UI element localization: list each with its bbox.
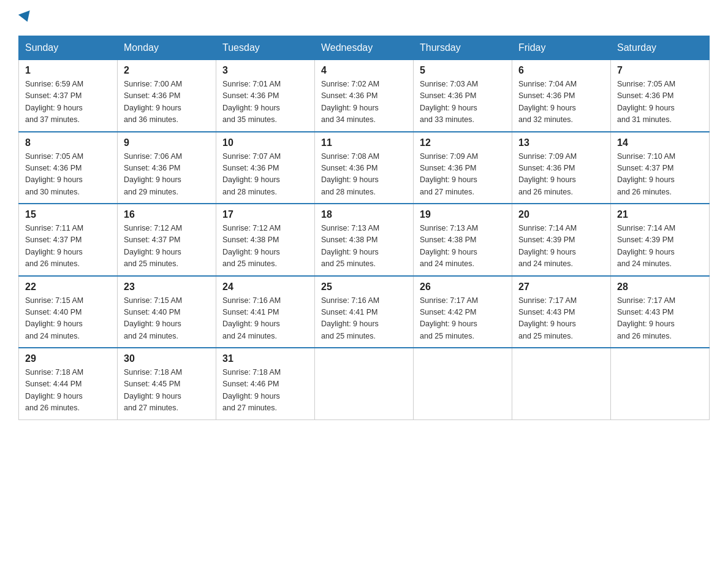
day-info: Sunrise: 7:10 AMSunset: 4:37 PMDaylight:…: [617, 151, 703, 199]
day-info: Sunrise: 7:16 AMSunset: 4:41 PMDaylight:…: [321, 295, 407, 343]
day-number: 14: [617, 137, 703, 148]
logo-triangle-icon: [18, 10, 33, 24]
day-number: 17: [222, 209, 308, 220]
calendar-day-cell: 29Sunrise: 7:18 AMSunset: 4:44 PMDayligh…: [19, 348, 118, 419]
calendar-day-cell: 17Sunrise: 7:12 AMSunset: 4:38 PMDayligh…: [216, 204, 315, 276]
day-number: 13: [518, 137, 604, 148]
calendar-day-cell: 13Sunrise: 7:09 AMSunset: 4:36 PMDayligh…: [512, 132, 611, 204]
day-number: 24: [222, 282, 308, 293]
day-info: Sunrise: 7:05 AMSunset: 4:36 PMDaylight:…: [617, 79, 703, 126]
logo-text: [18, 12, 32, 23]
calendar-day-cell: 5Sunrise: 7:03 AMSunset: 4:36 PMDaylight…: [414, 60, 512, 132]
day-number: 8: [25, 137, 111, 148]
day-info: Sunrise: 7:13 AMSunset: 4:38 PMDaylight:…: [420, 223, 506, 270]
day-info: Sunrise: 7:18 AMSunset: 4:45 PMDaylight:…: [124, 367, 210, 415]
day-info: Sunrise: 7:05 AMSunset: 4:36 PMDaylight:…: [25, 151, 111, 199]
day-number: 22: [25, 282, 111, 293]
day-info: Sunrise: 7:15 AMSunset: 4:40 PMDaylight:…: [25, 295, 111, 343]
logo: [18, 12, 32, 23]
day-info: Sunrise: 7:14 AMSunset: 4:39 PMDaylight:…: [617, 223, 703, 270]
calendar-table: SundayMondayTuesdayWednesdayThursdayFrid…: [18, 36, 710, 420]
calendar-week-row: 8Sunrise: 7:05 AMSunset: 4:36 PMDaylight…: [19, 132, 710, 204]
calendar-day-cell: 27Sunrise: 7:17 AMSunset: 4:43 PMDayligh…: [512, 276, 611, 348]
calendar-day-cell: 4Sunrise: 7:02 AMSunset: 4:36 PMDaylight…: [315, 60, 414, 132]
day-number: 11: [321, 137, 407, 148]
day-info: Sunrise: 7:08 AMSunset: 4:36 PMDaylight:…: [321, 151, 407, 199]
calendar-day-cell: [315, 348, 414, 419]
calendar-day-cell: 24Sunrise: 7:16 AMSunset: 4:41 PMDayligh…: [216, 276, 315, 348]
day-info: Sunrise: 7:16 AMSunset: 4:41 PMDaylight:…: [222, 295, 308, 343]
calendar-day-cell: 18Sunrise: 7:13 AMSunset: 4:38 PMDayligh…: [315, 204, 414, 276]
day-number: 30: [124, 353, 210, 364]
day-number: 9: [124, 137, 210, 148]
calendar-week-row: 15Sunrise: 7:11 AMSunset: 4:37 PMDayligh…: [19, 204, 710, 276]
calendar-day-cell: 22Sunrise: 7:15 AMSunset: 4:40 PMDayligh…: [19, 276, 118, 348]
day-number: 15: [25, 209, 111, 220]
calendar-day-cell: 28Sunrise: 7:17 AMSunset: 4:43 PMDayligh…: [611, 276, 710, 348]
day-of-week-header: Tuesday: [216, 36, 315, 60]
day-number: 5: [420, 65, 506, 76]
calendar-day-cell: 1Sunrise: 6:59 AMSunset: 4:37 PMDaylight…: [19, 60, 118, 132]
day-number: 19: [420, 209, 506, 220]
day-info: Sunrise: 7:12 AMSunset: 4:38 PMDaylight:…: [222, 223, 308, 270]
calendar-day-cell: 11Sunrise: 7:08 AMSunset: 4:36 PMDayligh…: [315, 132, 414, 204]
day-info: Sunrise: 7:12 AMSunset: 4:37 PMDaylight:…: [124, 223, 210, 270]
day-info: Sunrise: 7:02 AMSunset: 4:36 PMDaylight:…: [321, 79, 407, 126]
calendar-day-cell: 21Sunrise: 7:14 AMSunset: 4:39 PMDayligh…: [611, 204, 710, 276]
day-number: 16: [124, 209, 210, 220]
calendar-day-cell: 30Sunrise: 7:18 AMSunset: 4:45 PMDayligh…: [118, 348, 216, 419]
calendar-day-cell: 19Sunrise: 7:13 AMSunset: 4:38 PMDayligh…: [414, 204, 512, 276]
calendar-day-cell: 14Sunrise: 7:10 AMSunset: 4:37 PMDayligh…: [611, 132, 710, 204]
calendar-day-cell: 16Sunrise: 7:12 AMSunset: 4:37 PMDayligh…: [118, 204, 216, 276]
day-info: Sunrise: 7:18 AMSunset: 4:46 PMDaylight:…: [222, 367, 308, 415]
page-header: [18, 12, 710, 23]
day-info: Sunrise: 7:09 AMSunset: 4:36 PMDaylight:…: [518, 151, 604, 199]
calendar-day-cell: 3Sunrise: 7:01 AMSunset: 4:36 PMDaylight…: [216, 60, 315, 132]
calendar-day-cell: 12Sunrise: 7:09 AMSunset: 4:36 PMDayligh…: [414, 132, 512, 204]
day-number: 2: [124, 65, 210, 76]
day-number: 18: [321, 209, 407, 220]
calendar-day-cell: 10Sunrise: 7:07 AMSunset: 4:36 PMDayligh…: [216, 132, 315, 204]
day-of-week-header: Monday: [118, 36, 216, 60]
calendar-day-cell: [512, 348, 611, 419]
day-number: 1: [25, 65, 111, 76]
calendar-day-cell: [414, 348, 512, 419]
day-info: Sunrise: 7:13 AMSunset: 4:38 PMDaylight:…: [321, 223, 407, 270]
day-number: 7: [617, 65, 703, 76]
day-number: 23: [124, 282, 210, 293]
calendar-day-cell: 25Sunrise: 7:16 AMSunset: 4:41 PMDayligh…: [315, 276, 414, 348]
day-info: Sunrise: 7:07 AMSunset: 4:36 PMDaylight:…: [222, 151, 308, 199]
calendar-week-row: 22Sunrise: 7:15 AMSunset: 4:40 PMDayligh…: [19, 276, 710, 348]
day-number: 3: [222, 65, 308, 76]
day-info: Sunrise: 7:04 AMSunset: 4:36 PMDaylight:…: [518, 79, 604, 126]
calendar-week-row: 29Sunrise: 7:18 AMSunset: 4:44 PMDayligh…: [19, 348, 710, 419]
day-of-week-header: Wednesday: [315, 36, 414, 60]
day-number: 29: [25, 353, 111, 364]
calendar-day-cell: [611, 348, 710, 419]
calendar-day-cell: 8Sunrise: 7:05 AMSunset: 4:36 PMDaylight…: [19, 132, 118, 204]
day-info: Sunrise: 7:03 AMSunset: 4:36 PMDaylight:…: [420, 79, 506, 126]
day-of-week-header: Friday: [512, 36, 611, 60]
day-info: Sunrise: 7:18 AMSunset: 4:44 PMDaylight:…: [25, 367, 111, 415]
day-number: 27: [518, 282, 604, 293]
day-number: 31: [222, 353, 308, 364]
calendar-day-cell: 9Sunrise: 7:06 AMSunset: 4:36 PMDaylight…: [118, 132, 216, 204]
day-number: 6: [518, 65, 604, 76]
day-number: 25: [321, 282, 407, 293]
day-info: Sunrise: 7:17 AMSunset: 4:43 PMDaylight:…: [518, 295, 604, 343]
day-info: Sunrise: 7:01 AMSunset: 4:36 PMDaylight:…: [222, 79, 308, 126]
day-number: 10: [222, 137, 308, 148]
calendar-day-cell: 2Sunrise: 7:00 AMSunset: 4:36 PMDaylight…: [118, 60, 216, 132]
day-of-week-header: Sunday: [19, 36, 118, 60]
day-number: 12: [420, 137, 506, 148]
day-info: Sunrise: 7:17 AMSunset: 4:42 PMDaylight:…: [420, 295, 506, 343]
calendar-day-cell: 15Sunrise: 7:11 AMSunset: 4:37 PMDayligh…: [19, 204, 118, 276]
day-number: 28: [617, 282, 703, 293]
calendar-week-row: 1Sunrise: 6:59 AMSunset: 4:37 PMDaylight…: [19, 60, 710, 132]
day-info: Sunrise: 7:09 AMSunset: 4:36 PMDaylight:…: [420, 151, 506, 199]
day-number: 4: [321, 65, 407, 76]
calendar-header-row: SundayMondayTuesdayWednesdayThursdayFrid…: [19, 36, 710, 60]
day-info: Sunrise: 7:06 AMSunset: 4:36 PMDaylight:…: [124, 151, 210, 199]
day-info: Sunrise: 6:59 AMSunset: 4:37 PMDaylight:…: [25, 79, 111, 126]
calendar-day-cell: 7Sunrise: 7:05 AMSunset: 4:36 PMDaylight…: [611, 60, 710, 132]
